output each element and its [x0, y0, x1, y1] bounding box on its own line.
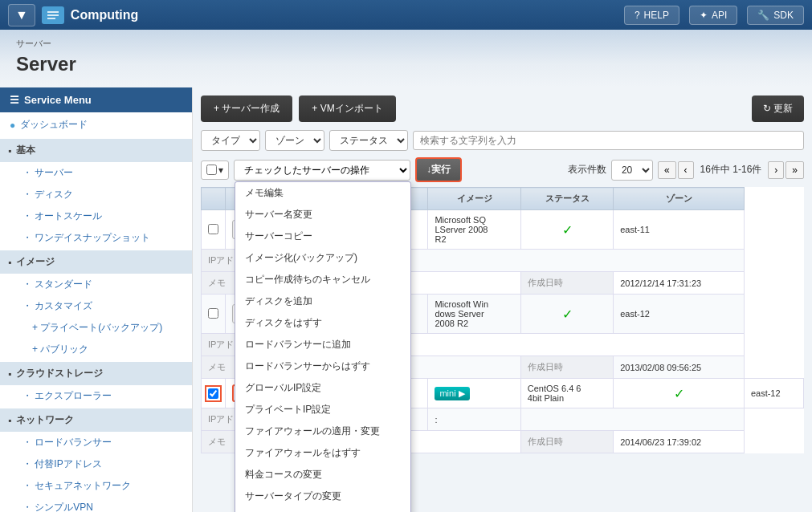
menu-item-fw-remove[interactable]: ファイアウォールをはずす [235, 442, 410, 464]
menu-item-remove-lb[interactable]: ロードバランサーからはずす [235, 356, 410, 377]
menu-item-rename[interactable]: サーバー名変更 [235, 204, 410, 226]
col-checkbox [202, 188, 226, 210]
wrench-icon: 🔧 [757, 10, 769, 21]
svg-rect-1 [47, 11, 59, 13]
sidebar-item-snapshot[interactable]: ・ ワンデイスナップショット [0, 227, 192, 249]
count-select[interactable]: 20 [611, 160, 653, 181]
sidebar-item-dashboard[interactable]: ● ダッシュボード [0, 112, 192, 137]
breadcrumb: サーバー [16, 38, 796, 50]
sidebar-item-customize[interactable]: ・ カスタマイズ [0, 295, 192, 317]
cloud-section-icon: ▪ [8, 368, 11, 380]
row3-status: ✓ [674, 387, 684, 400]
api-button[interactable]: ✦ API [689, 6, 737, 25]
refresh-button[interactable]: ↻ 更新 [752, 95, 804, 122]
puzzle-icon: ✦ [700, 10, 708, 21]
top-nav-buttons: ? HELP ✦ API 🔧 SDK [624, 6, 804, 25]
sidebar-section-network: ▪ ネットワーク [0, 408, 192, 432]
prev-page-button[interactable]: ‹ [678, 161, 694, 179]
first-page-button[interactable]: « [658, 161, 676, 179]
create-server-button[interactable]: + サーバー作成 [201, 95, 292, 122]
menu-item-cancel-copy[interactable]: コピー作成待ちのキャンセル [235, 269, 410, 291]
row3-zone: east-12 [744, 379, 803, 408]
menu-item-copy[interactable]: サーバーコピー [235, 226, 410, 247]
status-filter[interactable]: ステータス [329, 130, 408, 151]
sidebar-item-public[interactable]: + パブリック [0, 339, 192, 360]
row3-ip-colon: : [428, 408, 520, 431]
row3-created-value: 2014/06/23 17:39:02 [614, 431, 745, 453]
row2-image: Microsoft Windows Server2008 R2 [428, 295, 520, 334]
page-info: 16件中 1-16件 [696, 163, 767, 177]
col-status: ステータス [520, 188, 613, 210]
row3-checkbox-wrapper [208, 388, 218, 399]
sidebar-item-standard[interactable]: ・ スタンダード [0, 274, 192, 295]
menu-item-remove-disk[interactable]: ディスクをはずす [235, 312, 410, 334]
sidebar-item-simple-vpn[interactable]: ・ シンプルVPN [0, 497, 192, 512]
menu-item-private-ip[interactable]: プライベートIP設定 [235, 399, 410, 421]
app-logo [42, 6, 64, 24]
col-image: イメージ [428, 188, 520, 210]
dropdown-arrow-icon[interactable]: ▾ [218, 165, 223, 176]
row1-created-label: 作成日時 [520, 272, 613, 295]
search-input[interactable] [413, 131, 804, 150]
col-zone: ゾーン [614, 188, 745, 210]
execute-button[interactable]: ↓実行 [415, 157, 462, 182]
filter-bar: タイプ ゾーン ステータス [201, 130, 804, 151]
type-filter[interactable]: タイプ [201, 130, 260, 151]
menu-item-memo-edit[interactable]: メモ編集 [235, 182, 410, 204]
menu-item-add-subnet[interactable]: サブネット(c)追加 [235, 507, 410, 512]
select-all-checkbox[interactable] [206, 165, 217, 175]
help-icon: ? [635, 10, 640, 21]
row3-type-tag[interactable]: mini ▶ [435, 387, 469, 400]
dashboard-icon: ● [10, 120, 15, 131]
next-page-button[interactable]: › [768, 161, 784, 179]
row3-image: CentOS 6.4 64bit Plain [520, 379, 613, 408]
menu-item-image-backup[interactable]: イメージ化(バックアップ) [235, 247, 410, 269]
menu-item-change-type[interactable]: サーバータイプの変更 [235, 486, 410, 507]
menu-item-change-plan[interactable]: 料金コースの変更 [235, 464, 410, 486]
menu-item-add-disk[interactable]: ディスクを追加 [235, 291, 410, 312]
sidebar: ☰ Service Menu ● ダッシュボード ▪ 基本 ・ サーバー ・ デ… [0, 87, 193, 512]
display-count: 表示件数 20 « ‹ 16件中 1-16件 › » [568, 160, 804, 181]
operation-select-wrapper: チェックしたサーバーの操作 [234, 160, 410, 181]
sidebar-item-autoscale[interactable]: ・ オートスケール [0, 205, 192, 227]
menu-item-fw-apply[interactable]: ファイアウォールの適用・変更 [235, 421, 410, 442]
table-controls-wrapper: ▾ チェックしたサーバーの操作 ↓実行 表示件数 20 « [201, 157, 804, 182]
app-switcher-dropdown[interactable]: ▼ [8, 4, 35, 26]
last-page-button[interactable]: » [785, 161, 804, 179]
row1-status: ✓ [562, 223, 573, 237]
sidebar-item-server[interactable]: ・ サーバー [0, 162, 192, 184]
sidebar-item-load-balancer[interactable]: ・ ロードバランサー [0, 432, 192, 453]
page-navigation: « ‹ 16件中 1-16件 › » [658, 161, 804, 179]
sidebar-item-secure-network[interactable]: ・ セキュアネットワーク [0, 475, 192, 497]
sidebar-item-floating-ip[interactable]: ・ 付替IPアドレス [0, 453, 192, 475]
select-all-checkbox-dropdown[interactable]: ▾ [201, 161, 229, 180]
operation-select[interactable]: チェックしたサーバーの操作 [234, 160, 410, 181]
sidebar-menu-icon: ☰ [10, 94, 19, 106]
menu-item-global-ip[interactable]: グローバルIP設定 [235, 377, 410, 399]
zone-filter[interactable]: ゾーン [265, 130, 324, 151]
row1-created-value: 2012/12/14 17:31:23 [614, 272, 745, 295]
sidebar-item-explorer[interactable]: ・ エクスプローラー [0, 385, 192, 407]
row2-checkbox[interactable] [208, 308, 218, 319]
sdk-button[interactable]: 🔧 SDK [747, 6, 804, 25]
toolbar: + サーバー作成 + VMインポート ↻ 更新 [201, 95, 804, 122]
row2-zone: east-12 [614, 295, 745, 334]
sidebar-title: Service Menu [24, 94, 92, 106]
page-title: Server [16, 53, 796, 75]
row2-created-label: 作成日時 [520, 356, 613, 379]
row3-created-label: 作成日時 [520, 431, 613, 453]
menu-item-add-lb[interactable]: ロードバランサーに追加 [235, 334, 410, 356]
dashboard-label: ダッシュボード [20, 118, 88, 132]
row3-checkbox[interactable] [208, 388, 218, 399]
row2-status: ✓ [562, 307, 573, 321]
table-controls: ▾ チェックしたサーバーの操作 ↓実行 表示件数 20 « [201, 157, 804, 182]
sidebar-item-disk[interactable]: ・ ディスク [0, 184, 192, 205]
sidebar-item-private-backup[interactable]: + プライベート(バックアップ) [0, 317, 192, 339]
sidebar-section-image: ▪ イメージ [0, 250, 192, 274]
image-section-icon: ▪ [8, 257, 11, 268]
page-header: サーバー Server [0, 30, 812, 87]
vm-import-button[interactable]: + VMインポート [299, 95, 395, 122]
row1-checkbox[interactable] [208, 224, 218, 234]
top-navigation: ▼ Computing ? HELP ✦ API 🔧 SDK [0, 0, 812, 30]
help-button[interactable]: ? HELP [624, 6, 679, 25]
